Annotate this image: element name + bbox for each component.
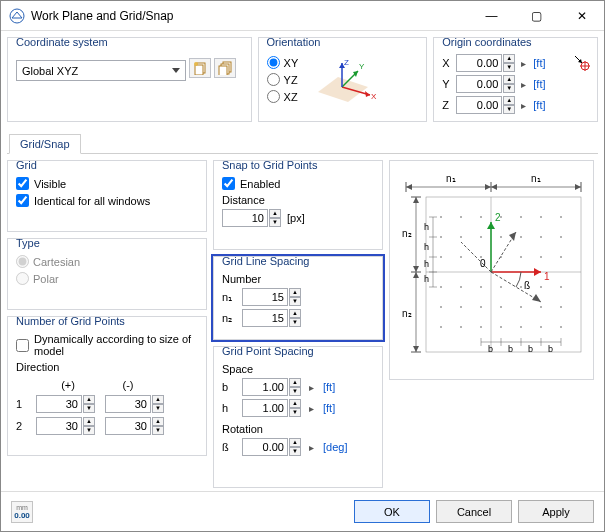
svg-marker-38 [413,346,419,352]
gls-n1-spin[interactable]: ▲▼ [242,288,301,306]
new-coordsys-button[interactable] [189,58,211,78]
close-button[interactable]: ✕ [559,1,604,31]
enabled-checkbox[interactable]: Enabled [222,177,374,190]
origin-z-input[interactable] [456,96,502,114]
gls-n2-input[interactable] [242,309,288,327]
np-r1m-spin[interactable]: ▲▼ [105,395,164,413]
apply-button[interactable]: Apply [518,500,594,523]
gps-beta-input[interactable] [242,438,288,456]
gps-h-spin[interactable]: ▲▼ [242,399,301,417]
dynamic-input[interactable] [16,339,29,352]
np-r2m-input[interactable] [105,417,151,435]
np-r2m-spin[interactable]: ▲▼ [105,417,164,435]
grid-group: Grid Visible Identical for all windows [7,160,207,232]
spin-down-icon[interactable]: ▼ [83,404,95,413]
spin-down-icon[interactable]: ▼ [503,63,515,72]
origin-x-unit[interactable]: [ft] [533,57,545,69]
spin-down-icon[interactable]: ▼ [289,447,301,456]
spin-down-icon[interactable]: ▼ [289,297,301,306]
gps-b-input[interactable] [242,378,288,396]
spin-up-icon[interactable]: ▲ [289,288,301,297]
visible-input[interactable] [16,177,29,190]
identical-input[interactable] [16,194,29,207]
orientation-xz-input[interactable] [267,90,280,103]
visible-checkbox[interactable]: Visible [16,177,198,190]
svg-point-65 [440,286,442,288]
tab-gridsnap[interactable]: Grid/Snap [9,134,81,154]
origin-y-input[interactable] [456,75,502,93]
origin-y-spin[interactable]: ▲▼ [456,75,515,93]
ok-button[interactable]: OK [354,500,430,523]
spin-up-icon[interactable]: ▲ [152,395,164,404]
spin-up-icon[interactable]: ▲ [503,96,515,105]
spin-down-icon[interactable]: ▼ [152,404,164,413]
np-r1p-input[interactable] [36,395,82,413]
distance-spin[interactable]: ▲▼ [222,209,281,227]
gls-n2-spin[interactable]: ▲▼ [242,309,301,327]
units-button[interactable]: mm 0.00 [11,501,33,523]
np-r1m-input[interactable] [105,395,151,413]
type-polar-radio: Polar [16,272,198,285]
orientation-xy-input[interactable] [267,56,280,69]
gps-h-unit[interactable]: [ft] [323,402,335,414]
svg-line-95 [461,242,491,272]
spin-down-icon[interactable]: ▼ [269,218,281,227]
origin-group: Origin coordinates X ▲▼ ▸ [ft] Y ▲▼ [433,37,598,122]
gps-b-spin[interactable]: ▲▼ [242,378,301,396]
svg-point-84 [540,326,542,328]
spin-up-icon[interactable]: ▲ [503,75,515,84]
spin-up-icon[interactable]: ▲ [83,417,95,426]
spin-up-icon[interactable]: ▲ [289,399,301,408]
orientation-yz-radio[interactable]: YZ [267,73,299,86]
spin-down-icon[interactable]: ▼ [503,84,515,93]
svg-point-55 [520,236,522,238]
manage-coordsys-button[interactable] [214,58,236,78]
coord-system-combo[interactable]: Global XYZ [16,60,186,81]
spin-down-icon[interactable]: ▼ [289,387,301,396]
arrow-icon: ▸ [309,442,314,453]
svg-text:n₂: n₂ [402,308,412,319]
spin-up-icon[interactable]: ▲ [152,417,164,426]
np-r2p-spin[interactable]: ▲▼ [36,417,95,435]
orientation-xz-radio[interactable]: XZ [267,90,299,103]
spin-down-icon[interactable]: ▼ [289,318,301,327]
dynamic-checkbox[interactable]: Dynamically according to size of model [16,333,198,357]
origin-z-unit[interactable]: [ft] [533,99,545,111]
plus-header: (+) [48,379,88,391]
origin-x-spin[interactable]: ▲▼ [456,54,515,72]
orientation-yz-input[interactable] [267,73,280,86]
spin-up-icon[interactable]: ▲ [289,378,301,387]
gls-n1-input[interactable] [242,288,288,306]
identical-checkbox[interactable]: Identical for all windows [16,194,198,207]
np-r1p-spin[interactable]: ▲▼ [36,395,95,413]
spin-down-icon[interactable]: ▼ [152,426,164,435]
enabled-input[interactable] [222,177,235,190]
distance-input[interactable] [222,209,268,227]
gps-beta-unit[interactable]: [deg] [323,441,347,453]
origin-z-spin[interactable]: ▲▼ [456,96,515,114]
origin-x-input[interactable] [456,54,502,72]
svg-point-70 [540,286,542,288]
gps-b-unit[interactable]: [ft] [323,381,335,393]
spin-down-icon[interactable]: ▼ [289,408,301,417]
gps-h-input[interactable] [242,399,288,417]
maximize-button[interactable]: ▢ [514,1,559,31]
spin-up-icon[interactable]: ▲ [289,309,301,318]
svg-point-67 [480,286,482,288]
spin-up-icon[interactable]: ▲ [269,209,281,218]
spin-up-icon[interactable]: ▲ [503,54,515,63]
gps-title: Grid Point Spacing [222,345,314,357]
minimize-button[interactable]: — [469,1,514,31]
spin-up-icon[interactable]: ▲ [289,438,301,447]
svg-point-83 [520,326,522,328]
np-r2p-input[interactable] [36,417,82,435]
svg-point-50 [560,216,562,218]
cancel-button[interactable]: Cancel [436,500,512,523]
spin-up-icon[interactable]: ▲ [83,395,95,404]
origin-y-unit[interactable]: [ft] [533,78,545,90]
gps-beta-spin[interactable]: ▲▼ [242,438,301,456]
orientation-xy-radio[interactable]: XY [267,56,299,69]
pick-origin-icon[interactable] [573,54,591,72]
spin-down-icon[interactable]: ▼ [83,426,95,435]
spin-down-icon[interactable]: ▼ [503,105,515,114]
